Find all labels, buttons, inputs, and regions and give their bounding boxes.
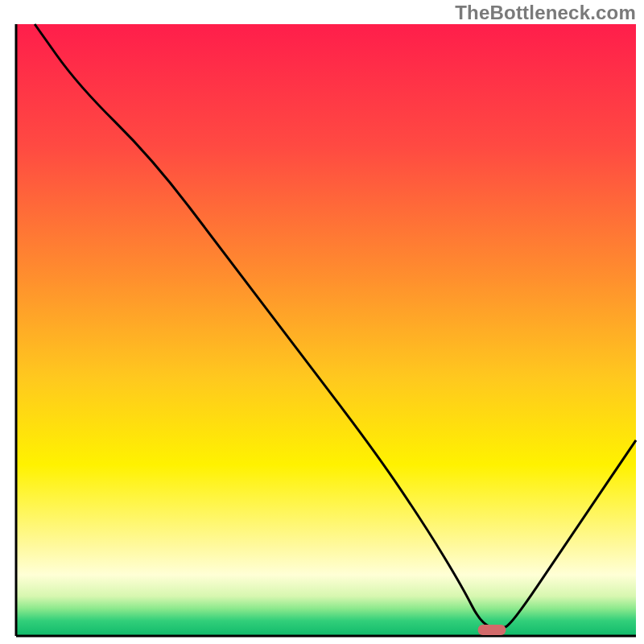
minimum-marker — [478, 625, 506, 635]
chart-stage: TheBottleneck.com — [0, 0, 644, 644]
bottleneck-chart — [0, 0, 644, 644]
